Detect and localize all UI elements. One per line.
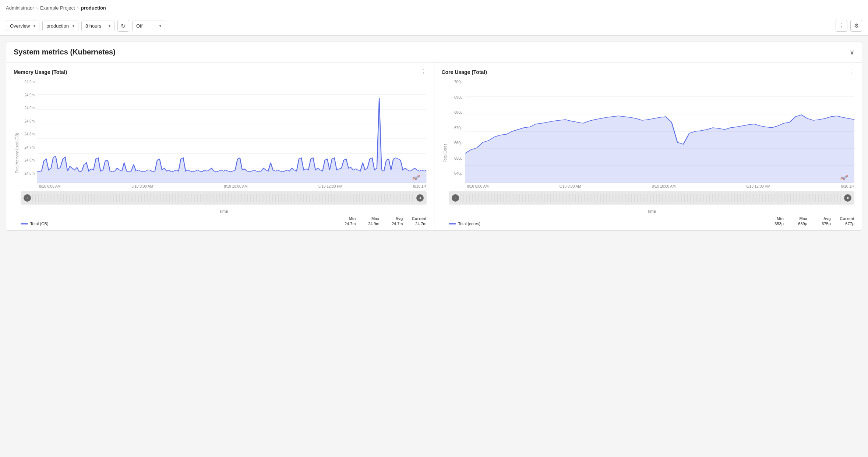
- memory-x-label: Time: [21, 209, 427, 213]
- auto-refresh-arrow-icon: ▾: [159, 24, 161, 28]
- core-timeline-left-handle[interactable]: ⏸: [452, 194, 459, 202]
- core-chart-title: Core Usage (Total): [442, 69, 487, 75]
- memory-legend-line: [21, 223, 28, 224]
- memory-y-label: Total Memory Used (GB): [14, 80, 21, 226]
- memory-chart-plot: 🚀: [37, 80, 427, 183]
- memory-chart-outer: Total Memory Used (GB) 24.9m 24.9m 24.9m…: [14, 80, 427, 226]
- overview-arrow-icon: ▾: [33, 24, 35, 28]
- memory-y-axis: 24.9m 24.9m 24.9m 24.8m 24.8m 24.7m 24.6…: [21, 80, 37, 183]
- breadcrumb-bar: Administrator › Example Project › produc…: [0, 0, 868, 16]
- breadcrumb-sep-1: ›: [36, 5, 38, 11]
- core-x-label: Time: [449, 209, 855, 213]
- panel-title: System metrics (Kubernetes): [14, 48, 116, 56]
- breadcrumb: Administrator › Example Project › produc…: [6, 3, 862, 13]
- core-y-axis: 700μ 690μ 680μ 670μ 660μ 650μ 640μ: [449, 80, 465, 183]
- memory-legend: Min Max Avg Current Total (GB) 24.7m 24.…: [21, 216, 427, 226]
- core-timeline-right-handle[interactable]: ⏸: [844, 194, 851, 202]
- panel-header: System metrics (Kubernetes) ∨: [6, 42, 862, 63]
- more-button[interactable]: ⋮: [836, 20, 847, 32]
- svg-text:🚀: 🚀: [412, 175, 421, 180]
- auto-refresh-dropdown[interactable]: Off ▾: [132, 21, 165, 31]
- memory-chart-title: Memory Usage (Total): [14, 69, 67, 75]
- core-legend: Min Max Avg Current Total (cores) 653μ 6…: [449, 216, 855, 226]
- time-arrow-icon: ▾: [109, 24, 110, 28]
- toolbar: Overview ▾ production ▾ 8 hours ▾ ↻ Off …: [0, 16, 868, 36]
- memory-x-axis: 8/10 6:00 AM 8/10 8:00 AM 8/10 10:00 AM …: [21, 184, 427, 188]
- breadcrumb-project[interactable]: Example Project: [40, 5, 75, 11]
- core-chart-plot: 🚀: [465, 80, 855, 183]
- core-legend-label: Total (cores): [458, 222, 761, 226]
- time-range-dropdown[interactable]: 8 hours ▾: [81, 21, 114, 31]
- memory-legend-label: Total (GB): [30, 222, 332, 226]
- overview-dropdown[interactable]: Overview ▾: [6, 21, 39, 31]
- collapse-button[interactable]: ∨: [850, 48, 854, 56]
- core-chart-container: Core Usage (Total) ⋮ Total Cores 700μ 69…: [434, 63, 862, 230]
- main-content: System metrics (Kubernetes) ∨ Memory Usa…: [0, 36, 868, 242]
- core-legend-line: [449, 223, 456, 224]
- memory-timeline-content: [32, 194, 415, 202]
- breadcrumb-sep-2: ›: [77, 5, 79, 11]
- breadcrumb-admin[interactable]: Administrator: [6, 5, 34, 11]
- core-timeline-content: [461, 194, 843, 202]
- core-y-label: Total Cores: [442, 80, 449, 226]
- core-timeline[interactable]: ⏸ ⏸: [449, 191, 855, 205]
- memory-timeline-left-handle[interactable]: ⏸: [24, 194, 31, 202]
- memory-chart-header: Memory Usage (Total) ⋮: [14, 68, 427, 75]
- memory-timeline[interactable]: ⏸ ⏸: [21, 191, 427, 205]
- svg-text:🚀: 🚀: [840, 175, 849, 180]
- refresh-button[interactable]: ↻: [117, 20, 129, 32]
- memory-chart-container: Memory Usage (Total) ⋮ Total Memory Used…: [6, 63, 434, 230]
- system-metrics-panel: System metrics (Kubernetes) ∨ Memory Usa…: [6, 42, 862, 231]
- core-chart-header: Core Usage (Total) ⋮: [442, 68, 855, 75]
- environment-dropdown[interactable]: production ▾: [42, 21, 78, 31]
- settings-button[interactable]: ⚙: [850, 20, 862, 32]
- memory-timeline-right-handle[interactable]: ⏸: [416, 194, 424, 202]
- core-x-axis: 8/10 6:00 AM 8/10 8:00 AM 8/10 10:00 AM …: [449, 184, 855, 188]
- core-chart-outer: Total Cores 700μ 690μ 680μ 670μ 660μ 650…: [442, 80, 855, 226]
- environment-arrow-icon: ▾: [73, 24, 74, 28]
- charts-row: Memory Usage (Total) ⋮ Total Memory Used…: [6, 63, 862, 230]
- memory-chart-menu[interactable]: ⋮: [420, 68, 427, 75]
- core-chart-menu[interactable]: ⋮: [848, 68, 854, 75]
- breadcrumb-current: production: [81, 5, 106, 11]
